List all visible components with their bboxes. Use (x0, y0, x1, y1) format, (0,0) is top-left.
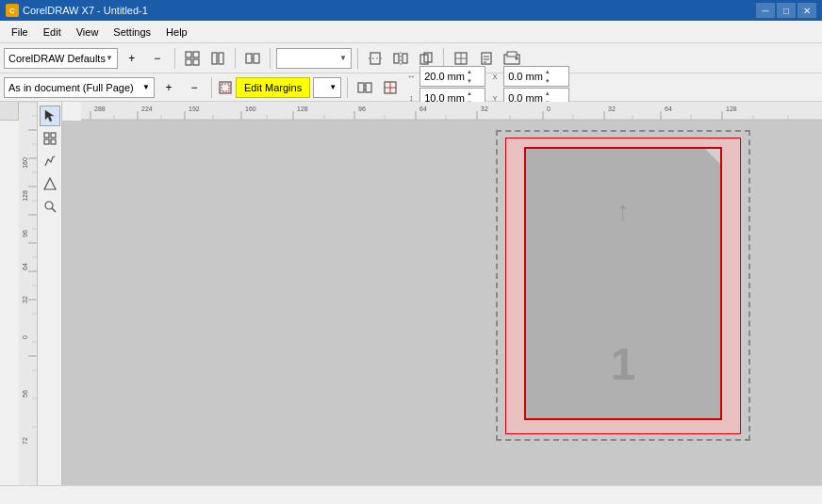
menu-edit[interactable]: Edit (36, 24, 69, 40)
svg-text:32: 32 (22, 296, 28, 303)
page-size-arrow-icon: ▼ (142, 83, 150, 91)
svg-rect-5 (219, 53, 223, 64)
page-number: 1 (611, 338, 636, 390)
window-controls: ─ □ ✕ (756, 3, 816, 18)
svg-text:64: 64 (665, 106, 672, 112)
dim-fit-icon[interactable] (353, 77, 376, 98)
svg-text:32: 32 (481, 106, 488, 112)
app-icon: C (6, 4, 19, 17)
page-main: ↑ 1 (524, 147, 722, 420)
close-button[interactable]: ✕ (797, 3, 816, 18)
draw-tool[interactable] (40, 151, 60, 171)
menu-bar: File Edit View Settings Help (0, 21, 822, 43)
edit-margins-button[interactable]: Edit Margins (236, 77, 310, 98)
svg-text:160: 160 (22, 157, 28, 169)
page-direction-arrow: ↑ (616, 196, 630, 226)
separator-t2b (347, 77, 348, 98)
margins-icon (218, 80, 233, 95)
maximize-button[interactable]: □ (777, 3, 796, 18)
width-row: ↔ 20.0 mm ▲▼ (404, 66, 485, 87)
svg-rect-0 (186, 52, 191, 57)
separator-4 (357, 48, 358, 69)
svg-text:160: 160 (245, 106, 256, 112)
profile-dropdown[interactable]: CorelDRAW Defaults ▼ (4, 48, 118, 69)
menu-settings[interactable]: Settings (106, 24, 158, 40)
add-page-button[interactable]: + (157, 77, 180, 98)
svg-rect-3 (193, 59, 199, 65)
spread-icon[interactable] (241, 48, 264, 69)
svg-point-69 (45, 202, 53, 209)
svg-text:128: 128 (22, 190, 28, 202)
separator-3 (270, 48, 271, 69)
toolbox (38, 102, 62, 485)
page-corner-fold (705, 149, 720, 164)
svg-text:64: 64 (22, 263, 28, 270)
svg-text:56: 56 (22, 390, 28, 398)
width-input[interactable]: 20.0 mm ▲▼ (419, 66, 485, 87)
svg-rect-1 (193, 52, 199, 57)
x-offset-row: X 0.0 mm ▲▼ (488, 66, 569, 87)
svg-text:96: 96 (358, 106, 366, 112)
blank-dropdown[interactable]: ▼ (276, 48, 352, 69)
svg-rect-7 (254, 54, 259, 63)
width-spinners[interactable]: ▲▼ (467, 67, 472, 86)
add-profile-button[interactable]: + (121, 48, 143, 69)
pick-tool[interactable] (40, 128, 60, 149)
x-spinners[interactable]: ▲▼ (545, 67, 551, 86)
svg-rect-24 (507, 52, 517, 57)
svg-marker-68 (44, 178, 56, 189)
svg-text:192: 192 (189, 106, 200, 112)
minimize-button[interactable]: ─ (756, 3, 775, 18)
page-size-dropdown[interactable]: As in document (Full Page) ▼ (4, 77, 155, 98)
svg-text:72: 72 (22, 437, 28, 445)
svg-text:128: 128 (297, 106, 308, 112)
toolbar2: As in document (Full Page) ▼ + − Edit Ma… (0, 73, 822, 102)
svg-line-70 (52, 208, 56, 212)
margins-extra-dropdown[interactable]: ▼ (313, 77, 341, 98)
zoom-tool[interactable] (40, 196, 60, 217)
svg-rect-12 (403, 54, 407, 63)
dim-center-icon[interactable] (379, 77, 402, 98)
window-title: CorelDRAW X7 - Untitled-1 (23, 5, 148, 16)
layout-icon[interactable] (206, 48, 229, 69)
svg-rect-28 (358, 83, 364, 92)
status-bar (0, 485, 822, 504)
title-bar: C CorelDRAW X7 - Untitled-1 ─ □ ✕ (0, 0, 822, 21)
menu-help[interactable]: Help (158, 24, 195, 40)
svg-text:0: 0 (547, 106, 551, 112)
separator-1 (174, 48, 175, 69)
svg-point-25 (515, 57, 518, 59)
svg-rect-9 (370, 53, 380, 64)
svg-rect-64 (44, 133, 49, 138)
x-offset-input[interactable]: 0.0 mm ▲▼ (503, 66, 569, 87)
remove-profile-button[interactable]: − (146, 48, 169, 69)
svg-rect-4 (212, 53, 217, 64)
separator-t2 (211, 77, 212, 98)
remove-page-button[interactable]: − (183, 77, 206, 98)
svg-rect-67 (51, 139, 56, 144)
svg-rect-11 (394, 54, 399, 63)
shape-tool[interactable] (40, 173, 60, 194)
ruler-left: 160 128 96 64 32 0 56 72 (19, 102, 38, 485)
imposition-icon[interactable] (181, 48, 204, 69)
width-icon: ↔ (404, 70, 418, 83)
select-tool[interactable] (40, 106, 60, 126)
ruler-corner (0, 102, 19, 121)
svg-rect-66 (44, 139, 49, 144)
svg-text:0: 0 (22, 335, 28, 339)
canvas[interactable]: ↑ 1 (62, 121, 822, 485)
svg-text:288: 288 (94, 106, 106, 112)
fit-page-icon[interactable] (364, 48, 386, 69)
x-offset-icon: X (488, 70, 501, 83)
svg-rect-2 (186, 59, 191, 65)
dropdown-arrow-icon: ▼ (106, 54, 113, 62)
margins-extra-arrow-icon: ▼ (329, 83, 337, 91)
separator-2 (235, 48, 236, 69)
ruler-top: 288 224 192 160 128 96 64 32 0 (81, 102, 822, 121)
svg-rect-29 (366, 83, 371, 92)
svg-text:32: 32 (608, 106, 616, 112)
svg-rect-27 (222, 84, 229, 91)
menu-view[interactable]: View (69, 24, 107, 40)
svg-text:96: 96 (22, 230, 28, 237)
menu-file[interactable]: File (4, 24, 36, 40)
